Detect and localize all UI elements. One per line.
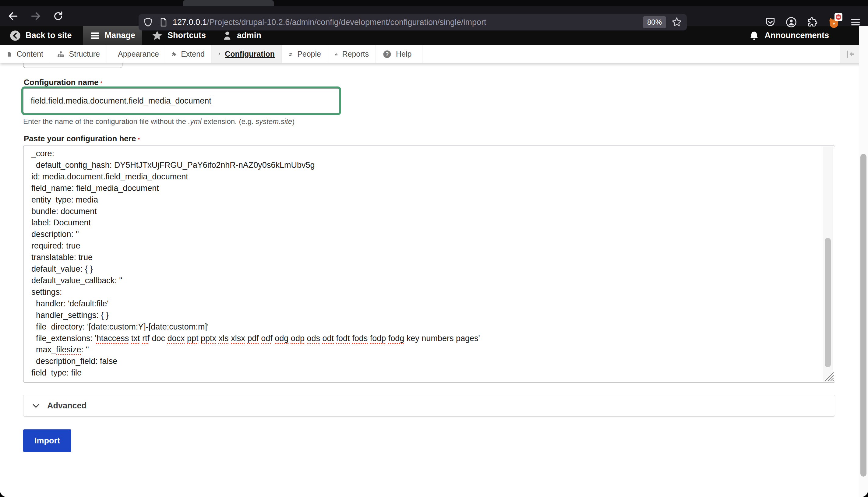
yaml-line: max_filesize: '': [31, 344, 821, 356]
yaml-line: field_type: file: [31, 367, 821, 379]
blocked-badge-icon: [836, 14, 841, 20]
tab-appearance-label: Appearance: [118, 49, 159, 58]
browser-tab-strip: [0, 0, 868, 6]
yaml-line: default_value: { }: [31, 264, 821, 275]
tab-extend[interactable]: Extend: [164, 45, 212, 63]
reload-icon: [53, 11, 63, 22]
people-icon: [288, 49, 293, 59]
config-name-label: Configuration name*: [24, 78, 102, 87]
yaml-line: field_name: field_media_document: [31, 183, 821, 194]
yaml-line: file_extensions: 'htaccess txt rtf doc d…: [31, 333, 821, 344]
tab-help-label: Help: [396, 49, 411, 58]
yaml-line: bundle: document: [31, 206, 821, 217]
forward-button[interactable]: [27, 8, 44, 24]
yaml-line: entity_type: media: [31, 194, 821, 206]
browser-window: 127.0.0.1/Projects/drupal-10.2.6/admin/c…: [0, 0, 868, 497]
window-corner: [861, 490, 868, 497]
file-icon: [7, 49, 12, 59]
extensions-puzzle-icon[interactable]: [807, 16, 818, 28]
yaml-line: translatable: true: [31, 252, 821, 264]
advanced-label: Advanced: [47, 401, 86, 411]
yaml-line: default_config_hash: DY5HtJTxUjFRGU_PaY6…: [31, 159, 821, 171]
tab-people-label: People: [297, 49, 321, 58]
svg-text:?: ?: [386, 51, 389, 57]
user-icon: [222, 30, 233, 41]
yaml-line: default_value_callback: '': [31, 275, 821, 287]
tab-structure-label: Structure: [69, 49, 100, 58]
tab-configuration[interactable]: Configuration: [212, 45, 282, 63]
url-text[interactable]: 127.0.0.1/Projects/drupal-10.2.6/admin/c…: [173, 18, 643, 27]
page-info-icon[interactable]: [159, 17, 168, 27]
back-to-site-link[interactable]: Back to site: [2, 26, 79, 45]
required-asterisk: *: [138, 137, 140, 142]
back-to-site-icon: [9, 30, 21, 42]
yaml-line: description: '': [31, 229, 821, 240]
browser-navbar: 127.0.0.1/Projects/drupal-10.2.6/admin/c…: [0, 6, 868, 26]
manage-menu-icon: [89, 30, 100, 41]
resize-grip-icon: [822, 369, 834, 382]
tab-configuration-label: Configuration: [225, 49, 275, 58]
sitemap-icon: [57, 49, 65, 59]
tab-reports-label: Reports: [342, 49, 369, 58]
window-scrollbar[interactable]: [859, 26, 868, 497]
tab-content[interactable]: Content: [0, 45, 50, 63]
help-icon: ?: [383, 49, 392, 59]
wrench-icon: [218, 49, 220, 59]
yaml-line: handler: 'default:file': [31, 298, 821, 310]
url-path: /Projects/drupal-10.2.6/admin/config/dev…: [207, 18, 486, 27]
yaml-line: _core:: [31, 148, 821, 159]
extension-badge: [835, 13, 842, 21]
admin-user-label: admin: [237, 31, 261, 40]
yaml-line: id: media.document.field_media_document: [31, 171, 821, 183]
yaml-content: _core: default_config_hash: DY5HtJTxUjFR…: [24, 146, 821, 381]
tab-help[interactable]: ? Help: [376, 45, 423, 63]
zoom-level-badge[interactable]: 80%: [643, 16, 666, 28]
active-tab-edge[interactable]: [183, 0, 274, 6]
tab-people[interactable]: People: [282, 45, 328, 63]
yaml-line: settings:: [31, 287, 821, 298]
reload-button[interactable]: [50, 8, 67, 24]
yaml-line: label: Document: [31, 217, 821, 229]
yaml-line: file_directory: '[date:custom:Y]-[date:c…: [31, 321, 821, 333]
drupal-admin-menu: Content Structure Appearance Extend Conf…: [0, 45, 868, 63]
yaml-line: required: true: [31, 240, 821, 252]
collapse-left-icon: [844, 48, 856, 60]
puzzle-icon: [171, 49, 177, 59]
manage-label: Manage: [105, 31, 136, 40]
required-asterisk: *: [100, 81, 102, 86]
textarea-scrollbar-thumb[interactable]: [825, 238, 831, 367]
advanced-details-toggle[interactable]: Advanced: [23, 395, 835, 416]
bell-icon: [749, 30, 759, 41]
tab-appearance[interactable]: Appearance: [107, 45, 164, 63]
barchart-icon: [335, 49, 338, 59]
tab-reports[interactable]: Reports: [328, 45, 376, 63]
tab-structure[interactable]: Structure: [50, 45, 107, 63]
adblock-extension-button[interactable]: [827, 16, 841, 29]
bookmark-star-icon[interactable]: [671, 16, 683, 28]
textarea-resize-handle[interactable]: [822, 369, 834, 382]
account-icon[interactable]: [785, 16, 797, 28]
forward-arrow-icon: [30, 10, 41, 22]
back-button[interactable]: [5, 8, 21, 24]
menu-hamburger-icon[interactable]: [850, 16, 861, 28]
config-name-input[interactable]: field.field.media.document.field_media_d…: [23, 88, 339, 113]
yaml-line: handler_settings: { }: [31, 310, 821, 321]
toolbar-collapse-button[interactable]: [840, 45, 859, 63]
window-scrollbar-thumb[interactable]: [860, 154, 867, 477]
window-corner: [0, 490, 7, 497]
announcements-label: Announcements: [765, 31, 829, 40]
tab-content-label: Content: [16, 49, 43, 58]
pocket-icon[interactable]: [765, 16, 776, 28]
config-yaml-textarea[interactable]: _core: default_config_hash: DY5HtJTxUjFR…: [23, 145, 835, 383]
config-name-help: Enter the name of the configuration file…: [23, 117, 295, 126]
textarea-scrollbar[interactable]: [823, 146, 833, 382]
yaml-line: description_field: false: [31, 356, 821, 367]
paste-config-label: Paste your configuration here*: [24, 134, 140, 143]
url-bar[interactable]: 127.0.0.1/Projects/drupal-10.2.6/admin/c…: [139, 14, 687, 30]
shortcuts-star-icon: [151, 30, 163, 42]
import-button[interactable]: Import: [23, 429, 71, 452]
tab-extend-label: Extend: [181, 49, 205, 58]
back-to-site-label: Back to site: [26, 31, 72, 40]
shield-permissions-icon[interactable]: [143, 17, 153, 27]
manage-tab[interactable]: Manage: [83, 26, 142, 45]
